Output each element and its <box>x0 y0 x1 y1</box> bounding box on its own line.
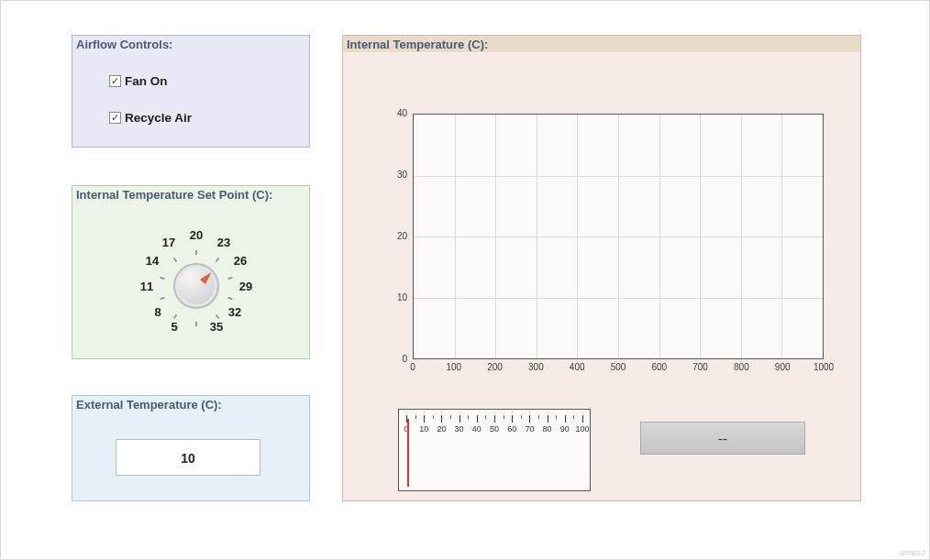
airflow-title: Airflow Controls: <box>76 38 172 51</box>
dial-num-17: 17 <box>158 236 180 249</box>
gauge-tick-20: 20 <box>433 424 449 434</box>
gauge-scale: 0 10 20 30 40 50 60 70 80 90 100 <box>406 415 582 430</box>
gauge-tick-30: 30 <box>451 424 468 434</box>
xtick-1000: 1000 <box>810 362 837 372</box>
xtick-0: 0 <box>399 362 426 372</box>
dial-num-14: 14 <box>141 254 163 268</box>
panel-setpoint: Internal Temperature Set Point (C): 5 8 … <box>72 185 310 359</box>
gauge-tick-10: 10 <box>415 424 432 434</box>
gauge-tick-50: 50 <box>486 424 503 434</box>
setpoint-dial[interactable]: 5 8 11 14 17 20 23 26 29 32 35 <box>114 206 270 362</box>
recycle-air-row: ✓ Recycle Air <box>109 111 192 125</box>
temperature-chart <box>413 114 824 359</box>
gauge-tick-80: 80 <box>539 424 556 434</box>
ytick-40: 40 <box>387 108 407 118</box>
gauge-tick-0: 0 <box>398 424 415 434</box>
temperature-readout: -- <box>640 422 805 455</box>
dial-num-26: 26 <box>229 254 251 268</box>
xtick-900: 900 <box>769 362 796 372</box>
xtick-700: 700 <box>687 362 714 372</box>
xtick-600: 600 <box>646 362 673 372</box>
dial-num-8: 8 <box>147 305 169 319</box>
gauge-tick-100: 100 <box>574 424 591 434</box>
dial-num-11: 11 <box>136 280 158 293</box>
dial-num-35: 35 <box>205 320 227 334</box>
gauge-needle-icon <box>407 419 409 487</box>
fan-on-row: ✓ Fan On <box>109 74 168 88</box>
dial-num-29: 29 <box>235 280 257 293</box>
setpoint-title: Internal Temperature Set Point (C): <box>76 188 272 202</box>
xtick-300: 300 <box>522 362 549 372</box>
plot-title: Internal Temperature (C): <box>347 38 488 51</box>
external-temp-input[interactable]: 10 <box>116 439 260 476</box>
xtick-400: 400 <box>563 362 591 372</box>
dial-num-5: 5 <box>163 320 185 334</box>
panel-internal-temp: Internal Temperature (C): 40 30 20 10 0 … <box>342 35 861 501</box>
ytick-30: 30 <box>387 170 407 180</box>
xtick-800: 800 <box>727 362 755 372</box>
panel-airflow-controls: Airflow Controls: ✓ Fan On ✓ Recycle Air <box>72 35 310 148</box>
gauge-tick-60: 60 <box>504 424 520 434</box>
gauge-tick-40: 40 <box>469 424 485 434</box>
xtick-100: 100 <box>440 362 468 372</box>
recycle-air-label: Recycle Air <box>125 111 192 125</box>
dial-num-32: 32 <box>224 305 246 319</box>
dial-face-icon <box>173 263 219 309</box>
external-title: External Temperature (C): <box>76 398 222 412</box>
app-canvas: Airflow Controls: ✓ Fan On ✓ Recycle Air… <box>0 0 930 560</box>
footer-tag: unread <box>900 548 925 557</box>
temperature-gauge: 0 10 20 30 40 50 60 70 80 90 100 <box>398 409 591 491</box>
fan-on-checkbox[interactable]: ✓ <box>109 75 121 87</box>
xtick-500: 500 <box>604 362 632 372</box>
ytick-20: 20 <box>387 231 407 241</box>
ytick-10: 10 <box>387 292 407 302</box>
gauge-tick-90: 90 <box>557 424 573 434</box>
dial-num-23: 23 <box>213 236 235 249</box>
fan-on-label: Fan On <box>125 74 168 88</box>
gauge-tick-70: 70 <box>521 424 537 434</box>
panel-external-temp: External Temperature (C): 10 <box>72 395 310 501</box>
xtick-200: 200 <box>482 362 509 372</box>
recycle-air-checkbox[interactable]: ✓ <box>109 112 121 124</box>
dial-num-20: 20 <box>185 228 207 242</box>
